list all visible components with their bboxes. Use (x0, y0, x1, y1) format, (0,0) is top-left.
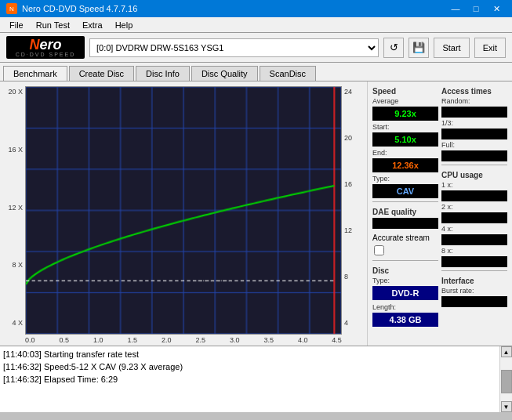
full-label: Full: (441, 141, 507, 149)
accurate-stream-label: Accurate stream (372, 234, 430, 242)
save-icon[interactable]: 💾 (409, 38, 429, 58)
x-1.5: 1.5 (127, 336, 137, 344)
app-icon: N (6, 3, 17, 14)
eight-x-value (441, 256, 507, 267)
tabs: Benchmark Create Disc Disc Info Disc Qua… (0, 63, 512, 81)
y-right-20: 20 (344, 134, 352, 142)
x-3.0: 3.0 (230, 336, 240, 344)
x-1.0: 1.0 (93, 336, 103, 344)
tab-benchmark[interactable]: Benchmark (3, 66, 67, 81)
close-button[interactable]: ✕ (487, 2, 506, 15)
average-value: 9.23x (372, 107, 438, 121)
disc-type-value: DVD-R (372, 286, 438, 300)
start-button[interactable]: Start (434, 38, 469, 58)
drive-select[interactable]: [0:0] DVDRW DRW-5S163 YSG1 (89, 38, 379, 57)
log-line-2: [11:46:32] Elapsed Time: 6:29 (3, 373, 496, 386)
y-left-20: 20 X (8, 88, 23, 96)
exit-button[interactable]: Exit (474, 38, 506, 58)
one-third-label: 1/3: (441, 119, 507, 127)
x-axis: 0.0 0.5 1.0 1.5 2.0 2.5 3.0 3.5 4.0 4.5 (25, 335, 342, 344)
y-right-4: 4 (344, 319, 348, 327)
log-line-1: [11:46:32] Speed:5-12 X CAV (9.23 X aver… (3, 360, 496, 373)
disc-length-value: 4.38 GB (372, 313, 438, 327)
y-right-8: 8 (344, 273, 348, 281)
scrollbar-thumb[interactable] (501, 370, 512, 393)
eight-x-label: 8 x: (441, 247, 507, 255)
one-third-value (441, 129, 507, 139)
stats-col-left: Speed Average 9.23x Start: 5.10x End: 12… (372, 85, 438, 342)
y-right-12: 12 (344, 226, 352, 234)
burst-rate-label: Burst rate: (441, 287, 507, 295)
minimize-button[interactable]: — (446, 2, 465, 15)
full-value (441, 150, 507, 161)
refresh-icon[interactable]: ↺ (383, 38, 404, 58)
dae-label: DAE quality (372, 208, 438, 216)
start-label: Start: (372, 123, 390, 131)
four-x-label: 4 x: (441, 225, 507, 233)
scroll-up-button[interactable]: ▲ (501, 346, 512, 357)
x-2.5: 2.5 (195, 336, 205, 344)
chart-container: 20 X 16 X 12 X 8 X 4 X 0.0 0.5 1.0 1.5 2… (0, 81, 367, 346)
access-times-label: Access times (441, 87, 507, 96)
start-value: 5.10x (372, 132, 438, 147)
menu-extra[interactable]: Extra (76, 19, 109, 31)
type-value: CAV (372, 184, 438, 198)
two-x-label: 2 x: (441, 203, 507, 211)
y-left-12: 12 X (8, 204, 23, 212)
menu-run-test[interactable]: Run Test (30, 19, 76, 31)
log-scroll: [11:40:03] Starting transfer rate test [… (0, 346, 512, 412)
title-bar-text: Nero CD-DVD Speed 4.7.7.16 (22, 4, 137, 13)
y-left-16: 16 X (8, 146, 23, 154)
log-content: [11:40:03] Starting transfer rate test [… (0, 346, 499, 387)
accurate-stream-checkbox[interactable] (374, 245, 384, 255)
right-panel: Speed Average 9.23x Start: 5.10x End: 12… (367, 81, 512, 346)
dae-value (372, 218, 438, 229)
x-0.5: 0.5 (59, 336, 69, 344)
maximize-button[interactable]: □ (467, 2, 485, 15)
y-right-24: 24 (344, 88, 352, 96)
log-line-0: [11:40:03] Starting transfer rate test (3, 348, 496, 360)
cpu-usage-label: CPU usage (441, 171, 507, 179)
y-left-4: 4 X (12, 319, 23, 327)
type-label: Type: (372, 175, 390, 183)
tab-disc-info[interactable]: Disc Info (136, 66, 190, 81)
end-value: 12.36x (372, 158, 438, 172)
y-right-16: 16 (344, 180, 352, 188)
main-content: 20 X 16 X 12 X 8 X 4 X 0.0 0.5 1.0 1.5 2… (0, 81, 512, 346)
window-controls: — □ ✕ (446, 2, 506, 15)
one-x-label: 1 x: (441, 181, 507, 189)
log-lines: [11:40:03] Starting transfer rate test [… (0, 346, 499, 412)
random-value (441, 107, 507, 118)
x-4.5: 4.5 (332, 336, 342, 344)
interface-label: Interface (441, 277, 507, 285)
nero-logo: Nero CD·DVD SPEED (6, 36, 85, 59)
x-2.0: 2.0 (162, 336, 172, 344)
y-left-8: 8 X (12, 261, 23, 269)
x-3.5: 3.5 (263, 336, 274, 344)
four-x-value (441, 234, 507, 245)
toolbar: Nero CD·DVD SPEED [0:0] DVDRW DRW-5S163 … (0, 33, 512, 63)
x-4.0: 4.0 (298, 336, 308, 344)
disc-type-label: Type: (372, 277, 390, 284)
speed-label: Speed (372, 87, 438, 96)
tab-scan-disc[interactable]: ScanDisc (260, 66, 316, 81)
disc-length-label: Length: (372, 303, 396, 311)
two-x-value (441, 212, 507, 223)
disc-label: Disc (372, 266, 438, 275)
one-x-value (441, 190, 507, 201)
scroll-down-button[interactable]: ▼ (501, 401, 512, 412)
stats-col-right: Access times Random: 1/3: Full: CPU usag… (441, 85, 507, 342)
end-label: End: (372, 149, 387, 157)
menu-help[interactable]: Help (109, 19, 140, 31)
menu-file[interactable]: File (3, 19, 30, 31)
log-scrollbar[interactable]: ▲ ▼ (499, 346, 512, 412)
burst-rate-value (441, 296, 507, 307)
tab-disc-quality[interactable]: Disc Quality (191, 66, 258, 81)
menu-bar: File Run Test Extra Help (0, 17, 512, 33)
tab-create-disc[interactable]: Create Disc (69, 66, 134, 81)
title-bar: N Nero CD-DVD Speed 4.7.7.16 — □ ✕ (0, 0, 512, 17)
random-label: Random: (441, 97, 507, 105)
log-area: [11:40:03] Starting transfer rate test [… (0, 346, 512, 412)
x-0.0: 0.0 (25, 336, 35, 344)
average-label: Average (372, 97, 438, 105)
